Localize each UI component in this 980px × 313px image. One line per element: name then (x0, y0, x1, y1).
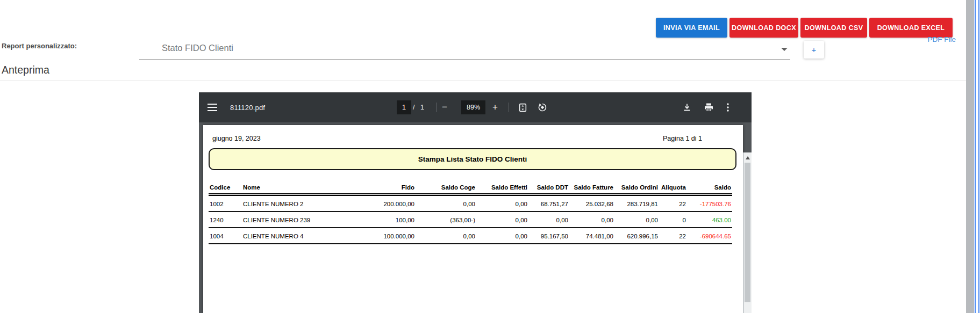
menu-icon[interactable] (208, 92, 217, 122)
chevron-down-icon[interactable] (781, 48, 788, 51)
zoom-in-button[interactable]: + (492, 92, 498, 122)
table-row: 1002CLIENTE NUMERO 2 200.000,000,00 0,00… (209, 195, 732, 212)
report-table-body: 1002CLIENTE NUMERO 2 200.000,000,00 0,00… (209, 195, 732, 244)
print-icon[interactable] (704, 92, 713, 122)
pdf-scrollbar-thumb[interactable] (745, 163, 750, 302)
pdf-viewport: giugno 19, 2023 Pagina 1 di 1 Stampa Lis… (199, 122, 752, 313)
download-excel-button[interactable]: DOWNLOAD EXCEL (869, 18, 953, 38)
col-saldo-fatture: Saldo Fatture (569, 184, 614, 195)
pdf-date: giugno 19, 2023 (212, 135, 261, 142)
focus-outline (978, 0, 979, 313)
col-fido: Fido (374, 184, 416, 195)
report-personalizzato-label: Report personalizzato: (2, 42, 77, 50)
rotate-icon[interactable] (538, 92, 547, 122)
report-select[interactable]: Stato FIDO Clienti (162, 43, 233, 53)
toolbar-divider (509, 103, 509, 112)
fit-page-icon[interactable] (518, 92, 527, 122)
select-underline (139, 59, 790, 60)
pdf-file-link[interactable]: PDF File (917, 35, 956, 43)
pdf-filename: 811120.pdf (230, 92, 265, 122)
report-table: Codice Nome Fido Saldo Coge Saldo Effett… (209, 184, 732, 244)
page-total: 1 (420, 92, 424, 122)
zoom-out-button[interactable]: − (442, 92, 447, 122)
add-report-button[interactable]: + (804, 41, 824, 59)
col-saldo-ordini: Saldo Ordini (614, 184, 659, 195)
col-aliquota: Aliquota (659, 184, 687, 195)
page-number-input[interactable]: 1 (397, 100, 411, 114)
page-scrollbar[interactable] (966, 0, 974, 313)
pdf-toolbar: 811120.pdf 1 / 1 − 89% + (199, 92, 752, 122)
col-codice: Codice (209, 184, 242, 195)
focus-outline (975, 0, 976, 313)
report-title: Stampa Lista Stato FIDO Clienti (418, 155, 527, 163)
table-row: 1004CLIENTE NUMERO 4 100.000,000,00 0,00… (209, 228, 732, 244)
col-nome: Nome (242, 184, 374, 195)
pdf-page-info: Pagina 1 di 1 (663, 135, 702, 142)
zoom-level: 89% (461, 100, 485, 114)
page-separator: / (413, 92, 414, 122)
invia-via-email-button[interactable]: INVIA VIA EMAIL (656, 18, 727, 38)
download-icon[interactable] (683, 92, 691, 122)
pdf-scrollbar[interactable] (743, 152, 752, 313)
col-saldo: Saldo (687, 184, 732, 195)
download-csv-button[interactable]: DOWNLOAD CSV (800, 18, 867, 38)
col-saldo-effetti: Saldo Effetti (476, 184, 528, 195)
report-title-banner: Stampa Lista Stato FIDO Clienti (209, 148, 736, 170)
scroll-up-icon[interactable] (746, 156, 750, 159)
pdf-page: giugno 19, 2023 Pagina 1 di 1 Stampa Lis… (203, 125, 743, 313)
pdf-viewer: 811120.pdf 1 / 1 − 89% + (199, 92, 752, 313)
col-saldo-coge: Saldo Coge (416, 184, 476, 195)
table-row: 1240CLIENTE NUMERO 239 100,00(363,00-) 0… (209, 212, 732, 228)
col-saldo-ddt: Saldo DDT (528, 184, 569, 195)
page-title: Anteprima (2, 64, 49, 76)
download-docx-button[interactable]: DOWNLOAD DOCX (729, 18, 798, 38)
more-vert-icon[interactable] (727, 92, 729, 122)
toolbar-divider (436, 103, 437, 112)
table-header-row: Codice Nome Fido Saldo Coge Saldo Effett… (209, 184, 732, 195)
section-divider (0, 81, 966, 81)
app-screen: INVIA VIA EMAIL DOWNLOAD DOCX DOWNLOAD C… (0, 0, 980, 313)
